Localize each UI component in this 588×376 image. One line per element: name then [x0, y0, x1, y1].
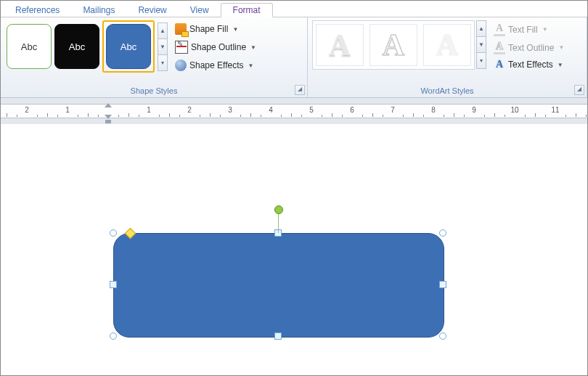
shape-style-1[interactable]: Abc	[7, 24, 52, 69]
chevron-down-icon: ▼	[542, 26, 548, 33]
gallery-more-button[interactable]: ▾	[476, 52, 486, 69]
resize-handle-sw[interactable]	[110, 332, 117, 340]
tab-format[interactable]: Format	[221, 3, 273, 17]
resize-handle-ne[interactable]	[439, 229, 446, 237]
resize-handle-w[interactable]	[110, 281, 117, 288]
shape-style-gallery[interactable]: Abc Abc Abc ▲ ▼ ▾	[5, 20, 168, 73]
ruler-number: 2	[25, 106, 29, 114]
app-window: References Mailings Review View Format A…	[0, 0, 588, 376]
text-fill-icon: A	[494, 23, 505, 36]
text-effects-icon: A	[494, 59, 505, 70]
chevron-down-icon: ▼	[558, 44, 564, 51]
text-outline-label: Text Outline	[508, 43, 554, 53]
wordart-styles-dialog-launcher[interactable]: ◢	[574, 85, 584, 95]
ruler-number: 1	[147, 106, 151, 114]
ruler-number: 1	[65, 106, 70, 114]
bucket-icon	[175, 23, 187, 35]
document-canvas[interactable]	[1, 124, 587, 375]
resize-handle-nw[interactable]	[110, 229, 117, 237]
shape-style-selected[interactable]: Abc	[102, 20, 155, 73]
wordart-style-3[interactable]: A	[423, 24, 471, 66]
shape-style-3: Abc	[106, 24, 151, 69]
chevron-down-icon: ▼	[250, 44, 256, 51]
ruler-number: 2	[187, 106, 192, 114]
shape-fill-label: Shape Fill	[189, 24, 228, 34]
group-title-wordart-styles: WordArt Styles	[312, 84, 582, 97]
shape-outline-label: Shape Outline	[191, 42, 246, 52]
resize-handle-se[interactable]	[439, 332, 446, 340]
group-title-shape-styles: Shape Styles	[5, 84, 303, 97]
chevron-down-icon: ▼	[248, 62, 254, 69]
wordart-gallery-scroll: ▲ ▼ ▾	[476, 20, 486, 68]
page[interactable]	[11, 124, 587, 375]
gallery-scroll: ▲ ▼ ▾	[158, 23, 168, 70]
text-effects-button[interactable]: A Text Effects ▼	[492, 58, 565, 71]
gallery-up-button[interactable]: ▲	[158, 23, 168, 39]
shape-fill-button[interactable]: Shape Fill ▼	[173, 22, 258, 36]
resize-handle-s[interactable]	[274, 332, 282, 340]
gallery-up-button[interactable]: ▲	[476, 20, 486, 37]
text-fill-label: Text Fill	[508, 25, 538, 35]
rotation-handle[interactable]	[274, 205, 283, 214]
wordart-gallery[interactable]: A A A	[312, 20, 475, 70]
text-fill-button[interactable]: A Text Fill ▼	[492, 22, 565, 37]
ruler-number: 3	[228, 106, 232, 114]
horizontal-ruler[interactable]: 211234567891011	[1, 104, 587, 118]
gallery-down-button[interactable]: ▼	[158, 38, 168, 55]
chevron-down-icon: ▼	[232, 26, 238, 33]
tab-view[interactable]: View	[179, 4, 221, 17]
text-commands: A Text Fill ▼ A Text Outline ▼ A Text Ef…	[492, 20, 565, 71]
selected-shape[interactable]	[113, 233, 443, 336]
gallery-more-button[interactable]: ▾	[158, 54, 168, 71]
tab-references[interactable]: References	[4, 4, 71, 17]
ribbon-tabs: References Mailings Review View Format	[1, 1, 587, 17]
shape-effects-label: Shape Effects	[189, 60, 244, 70]
effects-icon	[175, 60, 187, 71]
rotation-connector	[278, 213, 279, 233]
pencil-icon	[175, 41, 188, 54]
ruler-number: 5	[309, 106, 314, 114]
text-effects-label: Text Effects	[508, 60, 553, 70]
shape-outline-button[interactable]: Shape Outline ▼	[173, 39, 258, 55]
wordart-style-1[interactable]: A	[316, 24, 364, 66]
ruler-number: 9	[472, 106, 476, 114]
rounded-rectangle-shape[interactable]	[113, 233, 444, 338]
tab-review[interactable]: Review	[126, 4, 178, 17]
ruler-number: 4	[269, 106, 273, 114]
text-outline-button[interactable]: A Text Outline ▼	[492, 40, 565, 55]
chevron-down-icon: ▼	[558, 62, 563, 68]
ruler-number: 11	[551, 106, 559, 114]
gallery-down-button[interactable]: ▼	[476, 36, 486, 53]
ruler-area: 211234567891011	[1, 98, 587, 125]
resize-handle-e[interactable]	[439, 281, 446, 288]
group-wordart-styles: A A A ▲ ▼ ▾ A Text Fill ▼	[308, 17, 587, 97]
ruler-number: 10	[510, 106, 518, 114]
tab-mailings[interactable]: Mailings	[71, 4, 126, 17]
ruler-number: 8	[431, 106, 436, 114]
shape-commands: Shape Fill ▼ Shape Outline ▼ Shape Effec…	[173, 20, 258, 73]
ruler-number: 7	[391, 106, 395, 114]
wordart-style-2[interactable]: A	[369, 24, 417, 66]
group-shape-styles: Abc Abc Abc ▲ ▼ ▾ Shape Fill ▼	[1, 17, 308, 97]
ruler-number: 6	[350, 106, 354, 114]
ribbon: Abc Abc Abc ▲ ▼ ▾ Shape Fill ▼	[1, 17, 587, 98]
shape-style-2[interactable]: Abc	[54, 24, 99, 69]
shape-effects-button[interactable]: Shape Effects ▼	[173, 58, 258, 73]
shape-styles-dialog-launcher[interactable]: ◢	[295, 85, 305, 95]
text-outline-icon: A	[494, 41, 505, 54]
